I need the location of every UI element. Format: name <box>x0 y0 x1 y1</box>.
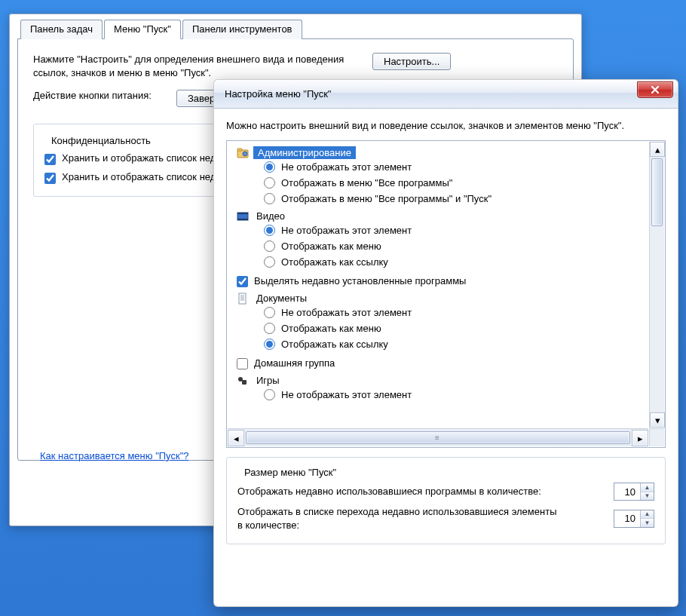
highlight-new-label: Выделять недавно установленные программы <box>254 275 466 287</box>
intro-text: Нажмите "Настроить" для определения внеш… <box>33 53 357 79</box>
help-link[interactable]: Как настраивается меню "Пуск"? <box>40 450 189 461</box>
group-admin[interactable]: Администрирование <box>253 146 356 159</box>
admin-opt-allprograms[interactable] <box>264 177 275 188</box>
recent-programs-spinner[interactable]: ▲ ▼ <box>614 483 654 501</box>
svg-rect-4 <box>237 213 248 214</box>
docs-opt-menu-label: Отображать как меню <box>281 323 381 334</box>
privacy-title: Конфиденциальность <box>47 135 155 146</box>
tree-viewport[interactable]: Администрирование Не отображать этот эле… <box>228 142 648 428</box>
recent-programs-label: Отображать недавно использовавшиеся прог… <box>237 485 541 498</box>
homegroup-label: Домашняя группа <box>254 357 335 369</box>
spinner-down-icon[interactable]: ▼ <box>641 492 654 501</box>
size-title: Размер меню "Пуск" <box>240 467 340 478</box>
store-programs-checkbox[interactable] <box>44 154 56 165</box>
group-games[interactable]: Игры <box>253 374 283 387</box>
spinner-down-icon[interactable]: ▼ <box>641 519 654 527</box>
games-opt-hide-label: Не отображать этот элемент <box>281 389 412 400</box>
docs-opt-hide-label: Не отображать этот элемент <box>281 307 412 318</box>
vertical-scrollbar[interactable]: ▴ ▾ <box>649 142 664 428</box>
docs-opt-link[interactable] <box>264 339 275 350</box>
docs-opt-hide[interactable] <box>264 307 275 318</box>
group-documents[interactable]: Документы <box>253 292 310 305</box>
dialog-titlebar: Настройка меню "Пуск" <box>214 80 678 109</box>
horizontal-scrollbar[interactable]: ◂ ≡ ▸ <box>228 428 648 446</box>
video-opt-hide[interactable] <box>264 225 275 236</box>
tab-toolbars[interactable]: Панели инструментов <box>182 20 302 39</box>
video-opt-link-label: Отображать как ссылку <box>281 256 388 268</box>
games-opt-hide[interactable] <box>264 389 275 400</box>
spinner-up-icon[interactable]: ▲ <box>641 510 654 519</box>
admin-opt-hide[interactable] <box>264 161 275 173</box>
docs-opt-menu[interactable] <box>264 323 275 334</box>
scroll-up-button[interactable]: ▴ <box>650 142 665 157</box>
homegroup-checkbox[interactable] <box>237 358 248 369</box>
customize-tree: Администрирование Не отображать этот эле… <box>226 140 666 448</box>
start-menu-customize-dialog: Настройка меню "Пуск" Можно настроить вн… <box>213 79 678 607</box>
games-icon <box>237 375 249 387</box>
documents-icon <box>237 293 249 305</box>
recent-items-input[interactable] <box>614 510 640 527</box>
video-opt-hide-label: Не отображать этот элемент <box>281 225 412 236</box>
video-opt-menu[interactable] <box>264 241 275 252</box>
svg-rect-12 <box>242 380 247 385</box>
recent-items-spinner[interactable]: ▲ ▼ <box>614 510 654 528</box>
video-opt-link[interactable] <box>264 256 275 268</box>
scroll-corner <box>649 428 664 446</box>
power-action-label: Действие кнопки питания: <box>33 90 161 101</box>
dialog-description: Можно настроить внешний вид и поведение … <box>226 119 666 133</box>
close-icon <box>650 85 660 94</box>
group-video[interactable]: Видео <box>253 210 288 222</box>
tab-strip: Панель задач Меню "Пуск" Панели инструме… <box>17 19 574 38</box>
scroll-down-button[interactable]: ▾ <box>650 412 665 428</box>
tab-start-menu[interactable]: Меню "Пуск" <box>104 20 181 39</box>
vertical-scroll-thumb[interactable] <box>651 158 663 226</box>
svg-rect-5 <box>237 219 248 220</box>
admin-opt-allprograms-label: Отображать в меню "Все программы" <box>281 177 452 188</box>
store-items-checkbox[interactable] <box>44 173 56 184</box>
spinner-up-icon[interactable]: ▲ <box>641 483 654 492</box>
tab-taskbar[interactable]: Панель задач <box>20 20 103 39</box>
admin-opt-both[interactable] <box>264 193 275 204</box>
scroll-right-button[interactable]: ▸ <box>632 430 648 446</box>
video-icon <box>237 210 249 222</box>
docs-opt-link-label: Отображать как ссылку <box>281 339 388 350</box>
svg-rect-1 <box>237 149 242 151</box>
scroll-left-button[interactable]: ◂ <box>228 430 244 446</box>
configure-button[interactable]: Настроить... <box>372 53 451 70</box>
recent-items-label: Отображать в списке перехода недавно исп… <box>237 505 562 532</box>
horizontal-scroll-thumb[interactable]: ≡ <box>246 431 630 444</box>
start-menu-size-group: Размер меню "Пуск" Отображать недавно ис… <box>226 457 666 544</box>
video-opt-menu-label: Отображать как меню <box>281 241 381 252</box>
admin-tools-icon <box>237 147 249 159</box>
admin-opt-both-label: Отображать в меню "Все программы" и "Пус… <box>281 193 492 204</box>
highlight-new-checkbox[interactable] <box>237 276 248 287</box>
dialog-title: Настройка меню "Пуск" <box>225 88 331 100</box>
svg-point-2 <box>243 152 247 156</box>
recent-programs-input[interactable] <box>614 483 640 500</box>
admin-opt-hide-label: Не отображать этот элемент <box>281 161 412 173</box>
close-button[interactable] <box>637 81 673 98</box>
